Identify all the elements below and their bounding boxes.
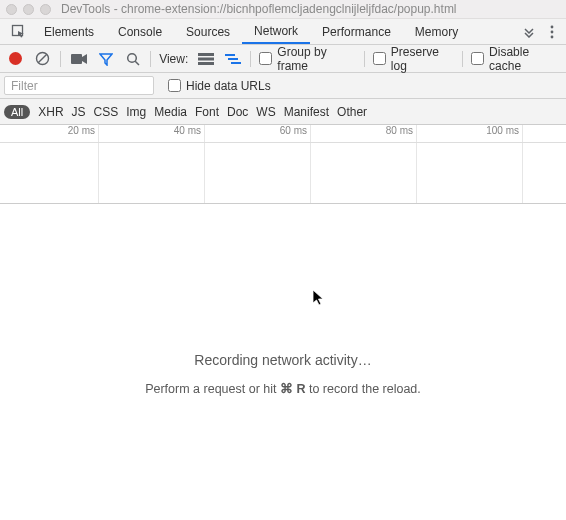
clear-button[interactable]	[33, 49, 52, 69]
window-title: DevTools - chrome-extension://bicnhpofle…	[61, 2, 457, 16]
svg-rect-11	[198, 62, 214, 65]
tick: 20 ms	[0, 125, 99, 142]
svg-point-2	[551, 30, 554, 33]
hint-prefix: Perform a request or hit	[145, 382, 280, 396]
empty-heading: Recording network activity…	[0, 352, 566, 368]
svg-rect-10	[198, 57, 214, 60]
tab-memory[interactable]: Memory	[403, 19, 470, 44]
type-media[interactable]: Media	[154, 105, 187, 119]
tick: 80 ms	[311, 125, 417, 142]
hint-shortcut: ⌘ R	[280, 382, 306, 396]
toolbar-divider	[364, 51, 365, 67]
cursor-icon	[312, 289, 326, 307]
type-ws[interactable]: WS	[256, 105, 275, 119]
type-img[interactable]: Img	[126, 105, 146, 119]
hide-data-urls-label: Hide data URLs	[186, 79, 271, 93]
svg-point-7	[127, 53, 136, 62]
timeline-grid	[0, 143, 566, 203]
type-doc[interactable]: Doc	[227, 105, 248, 119]
type-font[interactable]: Font	[195, 105, 219, 119]
timeline-ruler: 20 ms 40 ms 60 ms 80 ms 100 ms	[0, 125, 566, 143]
window-titlebar: DevTools - chrome-extension://bicnhpofle…	[0, 0, 566, 19]
traffic-minimize[interactable]	[23, 4, 34, 15]
preserve-log-checkbox[interactable]: Preserve log	[373, 45, 454, 73]
preserve-log-label: Preserve log	[391, 45, 454, 73]
svg-rect-14	[231, 62, 241, 64]
tick: 40 ms	[99, 125, 205, 142]
overview-icon[interactable]	[223, 49, 242, 69]
record-button[interactable]	[6, 49, 25, 69]
svg-rect-6	[71, 54, 82, 64]
toolbar-divider	[462, 51, 463, 67]
tick: 100 ms	[417, 125, 523, 142]
empty-hint: Perform a request or hit ⌘ R to record t…	[0, 381, 566, 396]
type-other[interactable]: Other	[337, 105, 367, 119]
svg-point-3	[551, 35, 554, 38]
empty-state: Recording network activity… Perform a re…	[0, 352, 566, 396]
type-css[interactable]: CSS	[94, 105, 119, 119]
view-label: View:	[159, 52, 188, 66]
inspect-icon[interactable]	[4, 19, 32, 44]
devtools-tabbar: Elements Console Sources Network Perform…	[0, 19, 566, 45]
tab-performance[interactable]: Performance	[310, 19, 403, 44]
type-xhr[interactable]: XHR	[38, 105, 63, 119]
disable-cache-label: Disable cache	[489, 45, 560, 73]
toolbar-divider	[250, 51, 251, 67]
tab-console[interactable]: Console	[106, 19, 174, 44]
kebab-menu-icon[interactable]	[542, 19, 562, 44]
hide-data-urls-checkbox[interactable]: Hide data URLs	[168, 79, 271, 93]
type-all[interactable]: All	[4, 105, 30, 119]
type-js[interactable]: JS	[72, 105, 86, 119]
traffic-lights	[6, 4, 51, 15]
svg-line-5	[38, 54, 47, 63]
tab-network[interactable]: Network	[242, 19, 310, 44]
traffic-close[interactable]	[6, 4, 17, 15]
disable-cache-checkbox[interactable]: Disable cache	[471, 45, 560, 73]
network-toolbar: View: Group by frame Preserve log Disabl…	[0, 45, 566, 73]
type-manifest[interactable]: Manifest	[284, 105, 329, 119]
timeline-overview[interactable]: 20 ms 40 ms 60 ms 80 ms 100 ms	[0, 125, 566, 204]
tab-elements[interactable]: Elements	[32, 19, 106, 44]
filter-icon[interactable]	[96, 49, 115, 69]
more-tabs-icon[interactable]	[516, 19, 542, 44]
toolbar-divider	[150, 51, 151, 67]
group-by-frame-label: Group by frame	[277, 45, 356, 73]
filter-input[interactable]	[4, 76, 154, 95]
camera-icon[interactable]	[69, 49, 88, 69]
tab-sources[interactable]: Sources	[174, 19, 242, 44]
large-rows-icon[interactable]	[196, 49, 215, 69]
tick: 60 ms	[205, 125, 311, 142]
svg-rect-9	[198, 53, 214, 56]
resource-type-filters: All XHR JS CSS Img Media Font Doc WS Man…	[0, 99, 566, 125]
svg-line-8	[135, 61, 139, 65]
svg-rect-12	[225, 54, 235, 56]
svg-point-1	[551, 25, 554, 28]
group-by-frame-checkbox[interactable]: Group by frame	[259, 45, 356, 73]
search-icon[interactable]	[123, 49, 142, 69]
filter-bar: Hide data URLs	[0, 73, 566, 99]
svg-rect-13	[228, 58, 238, 60]
traffic-zoom[interactable]	[40, 4, 51, 15]
hint-suffix: to record the reload.	[305, 382, 420, 396]
toolbar-divider	[60, 51, 61, 67]
